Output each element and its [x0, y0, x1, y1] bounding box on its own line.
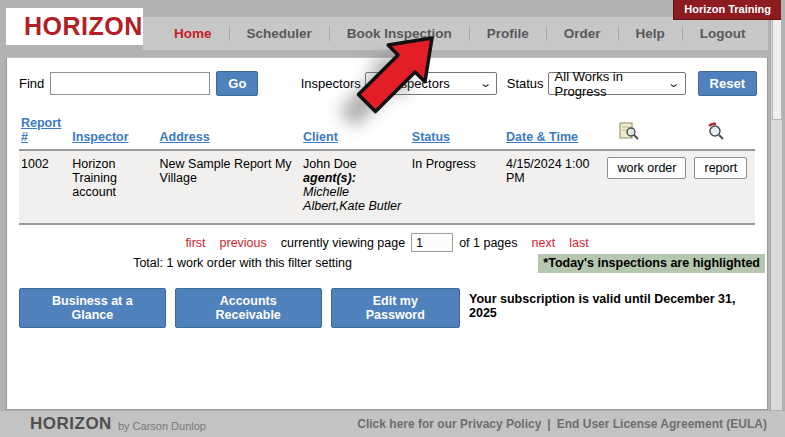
inspectors-label: Inspectors	[301, 76, 361, 91]
total-row: Total: 1 work order with this filter set…	[7, 256, 767, 270]
chevron-down-icon: ⌄	[668, 77, 681, 90]
report-button[interactable]: report	[694, 157, 747, 179]
actions-row: Business at a Glance Accounts Receivable…	[19, 288, 755, 328]
work-order-search-icon	[619, 122, 640, 141]
content-panel: Find Go Inspectors All Inspectors ⌄ Stat…	[6, 57, 768, 410]
page-number-input[interactable]	[411, 233, 453, 252]
sort-datetime[interactable]: Date & Time	[506, 130, 578, 144]
nav-book-inspection[interactable]: Book Inspection	[329, 26, 469, 41]
eula-link[interactable]: End User License Agreement (EULA)	[557, 417, 767, 431]
sort-report-number[interactable]: Report #	[21, 116, 61, 144]
work-order-button[interactable]: work order	[607, 157, 686, 179]
inspectors-select-value: All Inspectors	[372, 76, 450, 91]
cell-report-number: 1002	[19, 150, 70, 224]
footer-bar: HORIZON by Carson Dunlop Click here for …	[0, 410, 785, 437]
privacy-policy-link[interactable]: Click here for our Privacy Policy	[357, 417, 541, 431]
today-highlight-note: *Today's inspections are highlighted	[538, 254, 765, 273]
pagination-next[interactable]: next	[532, 236, 556, 250]
main-navigation: Home Scheduler Book Inspection Profile O…	[143, 17, 768, 50]
cell-client: John Doe agent(s): Michelle Albert,Kate …	[301, 150, 410, 224]
pagination-previous[interactable]: previous	[220, 236, 267, 250]
inspectors-select[interactable]: All Inspectors ⌄	[365, 72, 497, 95]
find-input[interactable]	[50, 72, 210, 95]
pagination-last[interactable]: last	[569, 236, 588, 250]
work-orders-table: Report # Inspector Address Client Status…	[19, 112, 755, 225]
cell-address: New Sample Report My Village	[158, 150, 302, 224]
logo-box: HORIZON	[6, 8, 143, 45]
horizon-app-window: Horizon Training HORIZON Home Scheduler …	[0, 0, 785, 437]
nav-home[interactable]: Home	[157, 26, 229, 41]
nav-scheduler[interactable]: Scheduler	[229, 26, 329, 41]
footer-byline: by Carson Dunlop	[118, 420, 206, 432]
status-select-value: All Works in Progress	[555, 69, 666, 99]
find-label: Find	[19, 76, 44, 91]
sort-address[interactable]: Address	[160, 130, 210, 144]
nav-logout[interactable]: Logout	[682, 26, 763, 41]
sort-status[interactable]: Status	[412, 130, 450, 144]
report-search-icon	[706, 122, 726, 141]
subscription-notice: Your subscription is valid until Decembe…	[469, 288, 755, 320]
cell-status: In Progress	[410, 150, 504, 224]
footer-horizon-logo: HORIZON	[30, 414, 112, 434]
nav-help[interactable]: Help	[618, 26, 682, 41]
reset-button[interactable]: Reset	[698, 71, 757, 96]
viewing-page-label: currently viewing page	[281, 236, 405, 250]
cell-inspector: Horizon Training account	[70, 150, 157, 224]
business-at-a-glance-button[interactable]: Business at a Glance	[19, 288, 166, 328]
agents-names: Michelle Albert,Kate Butler	[303, 185, 401, 213]
table-header-row: Report # Inspector Address Client Status…	[19, 112, 755, 150]
nav-order[interactable]: Order	[546, 26, 618, 41]
filter-bar: Find Go Inspectors All Inspectors ⌄ Stat…	[7, 58, 767, 106]
footer-separator: |	[547, 417, 550, 431]
edit-my-password-button[interactable]: Edit my Password	[331, 288, 460, 328]
vertical-scrollbar[interactable]	[770, 0, 782, 410]
go-button[interactable]: Go	[216, 71, 258, 96]
status-label: Status	[507, 76, 544, 91]
sort-client[interactable]: Client	[303, 130, 338, 144]
of-pages-label: of 1 pages	[459, 236, 517, 250]
horizon-logo: HORIZON	[24, 12, 143, 41]
pagination: first previous currently viewing page of…	[7, 233, 767, 252]
nav-profile[interactable]: Profile	[469, 26, 546, 41]
total-text: Total: 1 work order with this filter set…	[7, 256, 478, 270]
agents-label: agent(s):	[303, 171, 356, 185]
account-badge: Horizon Training	[673, 0, 781, 20]
accounts-receivable-button[interactable]: Accounts Receivable	[175, 288, 322, 328]
pagination-first[interactable]: first	[185, 236, 205, 250]
status-select[interactable]: All Works in Progress ⌄	[548, 72, 686, 95]
client-name: John Doe	[303, 157, 357, 171]
work-order-row: 1002 Horizon Training account New Sample…	[19, 150, 755, 224]
cell-datetime: 4/15/2024 1:00 PM	[504, 150, 605, 224]
footer-links: Click here for our Privacy Policy | End …	[357, 417, 767, 431]
chevron-down-icon: ⌄	[479, 77, 492, 90]
filters-right: Inspectors All Inspectors ⌄ Status All W…	[301, 71, 757, 96]
pagination-middle: currently viewing page of 1 pages	[281, 233, 518, 252]
sort-inspector[interactable]: Inspector	[72, 130, 128, 144]
